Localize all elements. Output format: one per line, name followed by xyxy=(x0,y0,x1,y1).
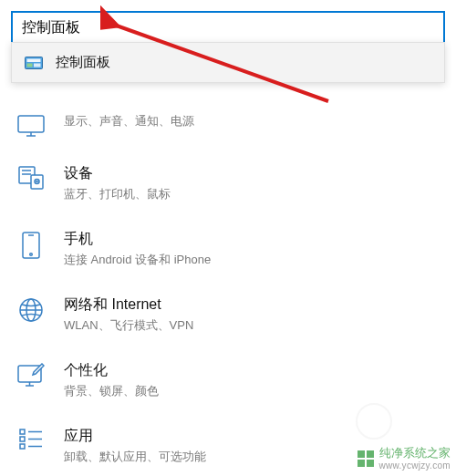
setting-row-system[interactable]: 显示、声音、通知、电源 xyxy=(11,108,445,151)
setting-subtitle: 连接 Android 设备和 iPhone xyxy=(64,252,440,268)
svg-rect-14 xyxy=(23,233,39,258)
phone-icon xyxy=(16,230,46,259)
search-suggestion-dropdown: 控制面板 xyxy=(11,42,445,83)
setting-subtitle: 背景、锁屏、颜色 xyxy=(64,383,440,399)
svg-rect-24 xyxy=(20,437,25,441)
suggestion-control-panel[interactable]: 控制面板 xyxy=(12,43,444,82)
suggestion-label: 控制面板 xyxy=(56,54,110,71)
decorative-circle xyxy=(356,403,392,440)
setting-title: 设备 xyxy=(64,164,440,183)
svg-rect-23 xyxy=(20,429,25,434)
watermark-url: www.ycwjzy.com xyxy=(379,460,451,471)
svg-rect-2 xyxy=(27,63,33,67)
watermark-brand: 纯净系统之家 xyxy=(379,447,451,460)
control-panel-icon xyxy=(25,56,43,70)
svg-point-15 xyxy=(30,254,33,256)
svg-rect-3 xyxy=(34,63,41,67)
setting-subtitle: 显示、声音、通知、电源 xyxy=(64,113,440,129)
svg-rect-25 xyxy=(20,444,25,449)
setting-title: 个性化 xyxy=(64,361,440,380)
search-input[interactable] xyxy=(11,11,445,44)
svg-rect-5 xyxy=(18,116,44,132)
setting-subtitle: 蓝牙、打印机、鼠标 xyxy=(64,186,440,202)
svg-point-13 xyxy=(36,181,37,181)
svg-rect-0 xyxy=(26,57,43,68)
apps-icon xyxy=(16,427,46,450)
setting-row-devices[interactable]: 设备 蓝牙、打印机、鼠标 xyxy=(11,151,445,217)
system-icon xyxy=(16,113,46,137)
watermark: 纯净系统之家 www.ycwjzy.com xyxy=(358,447,451,471)
setting-title: 手机 xyxy=(64,230,440,249)
personalize-icon xyxy=(16,361,46,387)
setting-title: 网络和 Internet xyxy=(64,295,440,315)
network-icon xyxy=(16,295,46,323)
watermark-logo-icon xyxy=(358,450,374,467)
setting-row-phone[interactable]: 手机 连接 Android 设备和 iPhone xyxy=(11,217,445,283)
setting-subtitle: WLAN、飞行模式、VPN xyxy=(64,317,440,334)
svg-rect-1 xyxy=(27,58,41,62)
setting-row-network[interactable]: 网络和 Internet WLAN、飞行模式、VPN xyxy=(11,283,445,348)
devices-icon xyxy=(16,164,46,190)
